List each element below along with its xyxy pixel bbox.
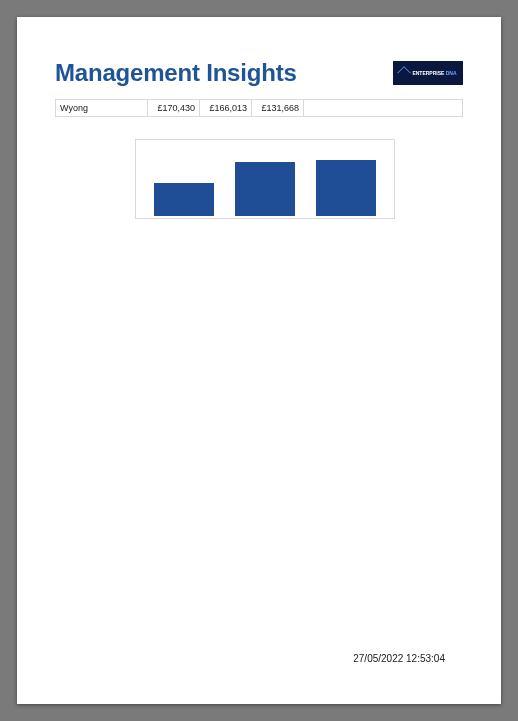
logo-text: ENTERPRISE DNA	[412, 70, 456, 76]
logo-icon	[397, 66, 411, 80]
row-spacer	[304, 100, 462, 116]
chart-bar-3	[316, 160, 376, 216]
document-page: Management Insights ENTERPRISE DNA Wyong…	[17, 17, 501, 704]
row-value-3: £131,668	[252, 100, 304, 116]
footer-timestamp: 27/05/2022 12:53:04	[353, 653, 445, 664]
row-value-2: £166,013	[200, 100, 252, 116]
page-title: Management Insights	[55, 59, 297, 87]
row-value-1: £170,430	[148, 100, 200, 116]
brand-logo: ENTERPRISE DNA	[393, 61, 463, 85]
bar-chart	[135, 139, 395, 219]
chart-bar-1	[154, 183, 214, 216]
row-name: Wyong	[56, 100, 148, 116]
header: Management Insights ENTERPRISE DNA	[55, 59, 463, 87]
chart-bar-2	[235, 162, 295, 216]
data-table-row: Wyong £170,430 £166,013 £131,668	[55, 99, 463, 117]
